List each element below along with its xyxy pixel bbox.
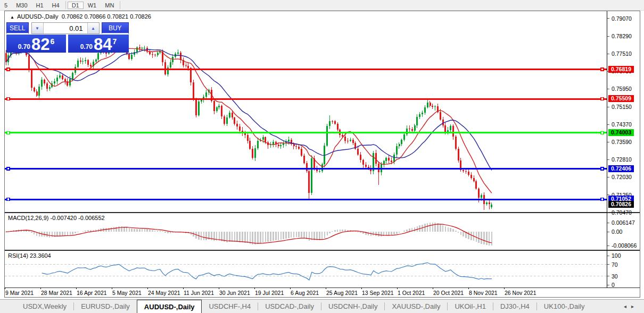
macd-indicator-label: MACD(12,26,9) -0.007420 -0.006552	[8, 215, 105, 221]
price-scale-label: 0.74370	[612, 121, 632, 128]
time-axis-label: 13 Sep 2021	[362, 290, 394, 296]
rsi-scale-tick	[607, 256, 609, 256]
time-axis-tick	[326, 287, 326, 289]
price-level-badge: 0.76819	[608, 66, 634, 73]
lot-size-control: ▼ ▲	[31, 22, 100, 34]
time-axis-tick	[468, 287, 469, 289]
one-click-trade-panel: SELL ▼ ▲ BUY 0.70 82 6 0.70 84 7	[6, 22, 129, 53]
time-axis-tick	[40, 287, 41, 289]
rsi-scale-tick	[607, 264, 609, 265]
chart-ohlc-values: 0.70862 0.70866 0.70821 0.70826	[62, 13, 151, 20]
time-axis-label: 16 Apr 2021	[77, 290, 107, 296]
time-axis-label: 1 Oct 2021	[398, 290, 425, 296]
time-axis-label: 26 Nov 2021	[505, 290, 536, 296]
time-axis-tick	[433, 287, 433, 289]
time-axis-label: 24 May 2021	[148, 290, 180, 296]
timeframe-button-h1[interactable]: H1	[32, 2, 48, 9]
macd-scale-tick	[607, 223, 609, 223]
chart-title: ▲AUDUSD-,Daily 0.70862 0.70866 0.70821 0…	[10, 13, 151, 20]
rsi-scale-label: 70	[612, 261, 618, 268]
time-axis-tick	[76, 287, 77, 289]
timeframe-button-h4[interactable]: H4	[48, 2, 64, 9]
price-scale-label: 0.78290	[612, 33, 632, 39]
chart-tab-bar: USDX,WeeklyEURUSD-,DailyAUDUSD-,DailyUSD…	[0, 299, 644, 313]
price-scale-label: 0.72810	[612, 156, 632, 163]
price-scale-border	[607, 11, 607, 287]
timeframe-button-m30[interactable]: M30	[12, 2, 31, 9]
time-axis-tick	[290, 287, 291, 289]
time-axis-label: 30 Jun 2021	[219, 290, 250, 296]
sell-price-box[interactable]: 0.70 82 6	[6, 35, 66, 53]
time-axis-tick	[112, 287, 112, 289]
price-level-badge: 0.72406	[608, 165, 634, 172]
timeframe-button-mn[interactable]: MN	[101, 2, 118, 9]
rsi-name: RSI(14)	[8, 252, 28, 259]
lot-increase-button[interactable]: ▲	[87, 23, 99, 33]
chart-tab-ukoil[interactable]: UKOil-,H1	[448, 300, 493, 313]
chart-tab-uk100[interactable]: UK100-,Daily	[537, 300, 592, 313]
time-axis-tick	[504, 287, 505, 289]
rsi-scale-tick	[607, 276, 609, 276]
buy-price-box[interactable]: 0.70 84 7	[68, 35, 129, 53]
chart-symbol-label: AUDUSD-,Daily	[17, 13, 59, 20]
time-axis-tick	[254, 287, 255, 289]
macd-scale-label: 0.006147	[612, 219, 635, 226]
sell-price-sup: 6	[51, 37, 55, 46]
price-scale-tick	[607, 124, 609, 125]
macd-values: -0.007420 -0.006552	[50, 215, 104, 221]
price-scale-tick	[607, 159, 609, 160]
rsi-scale-label: 30	[612, 273, 618, 280]
sell-button[interactable]: SELL	[6, 22, 29, 34]
rsi-scale-label: 0	[612, 282, 615, 288]
time-axis-label: 11 Jun 2021	[184, 290, 214, 296]
timeframe-button-5[interactable]: 5	[0, 2, 12, 9]
lot-decrease-button[interactable]: ▼	[32, 23, 44, 33]
timeframe-toolbar: 5M30H1H4D1W1MN	[0, 0, 644, 11]
lot-size-input[interactable]	[44, 23, 87, 33]
tab-scroll-arrows[interactable]: ◂▸	[624, 303, 639, 309]
price-level-badge: 0.74003	[608, 129, 634, 136]
buy-price-big: 84	[94, 37, 112, 52]
time-axis-label: 8 Nov 2021	[469, 290, 498, 296]
price-scale-tick	[607, 18, 609, 19]
chart-tab-usdcnh[interactable]: USDCNH-,Daily	[321, 300, 384, 313]
time-axis-tick	[183, 287, 184, 289]
time-axis-border	[5, 287, 640, 288]
price-scale-label: 0.70470	[612, 209, 632, 216]
rsi-panel-canvas[interactable]	[5, 251, 607, 287]
chart-tab-audusd[interactable]: AUDUSD-,Daily	[137, 300, 202, 313]
price-scale-tick	[607, 54, 609, 54]
time-axis-label: 19 Jul 2021	[255, 290, 284, 296]
chart-tab-eurusd[interactable]: EURUSD-,Daily	[74, 300, 137, 313]
chart-tab-xauusd[interactable]: XAUUSD-,Daily	[385, 300, 447, 313]
price-level-badge: 0.70826	[608, 201, 634, 208]
chart-window: ▲AUDUSD-,Daily 0.70862 0.70866 0.70821 0…	[4, 11, 640, 298]
buy-price-sup: 7	[113, 37, 117, 46]
time-axis-label: 5 May 2021	[112, 290, 142, 296]
chart-tab-dj30[interactable]: DJ30-,H4	[493, 300, 536, 313]
time-axis-tick	[361, 287, 362, 289]
price-scale-tick	[607, 107, 609, 107]
chart-tab-usdchf[interactable]: USDCHF-,H4	[202, 300, 258, 313]
one-click-trading-icon[interactable]: ▲	[10, 15, 14, 20]
rsi-scale-label: 100	[612, 252, 621, 259]
time-axis-label: 25 Aug 2021	[326, 290, 358, 296]
time-axis-label: 20 Oct 2021	[433, 290, 464, 296]
toolbar-separator	[65, 1, 66, 9]
time-axis-tick	[5, 287, 5, 289]
sell-price-prefix: 0.70	[18, 43, 30, 50]
chart-tab-usdcad[interactable]: USDCAD-,Daily	[258, 300, 321, 313]
timeframe-button-w1[interactable]: W1	[84, 2, 101, 9]
buy-button[interactable]: BUY	[102, 22, 129, 34]
macd-name: MACD(12,26,9)	[8, 215, 48, 221]
price-scale-label: 0.79070	[612, 15, 632, 22]
sell-price-big: 82	[31, 37, 49, 52]
buy-price-prefix: 0.70	[80, 43, 93, 50]
timeframe-button-d1[interactable]: D1	[68, 2, 84, 9]
rsi-value: 23.3604	[30, 252, 51, 259]
rsi-indicator-label: RSI(14) 23.3604	[8, 252, 51, 259]
price-scale-tick	[607, 177, 609, 177]
chart-tab-usdx[interactable]: USDX,Weekly	[16, 300, 73, 313]
price-scale-label: 0.72030	[612, 174, 632, 180]
price-scale-tick	[607, 142, 609, 142]
